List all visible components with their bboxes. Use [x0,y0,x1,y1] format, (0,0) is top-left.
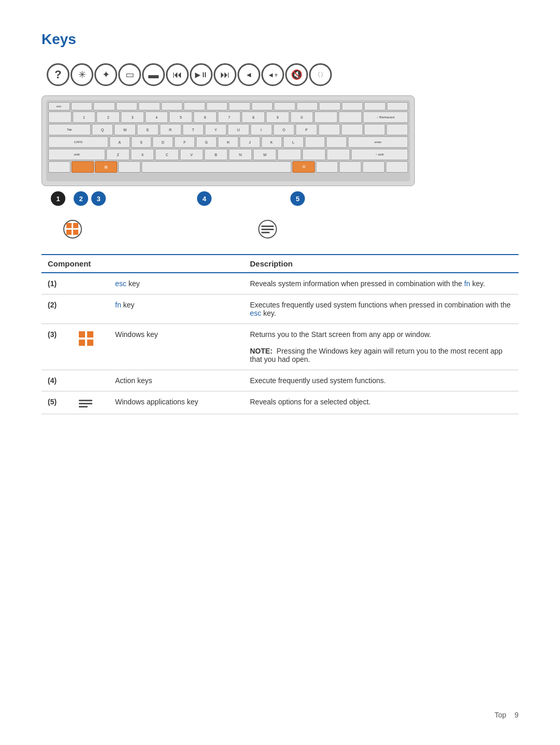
row-description: Execute frequently used system functions… [244,370,519,391]
table-row: (1) esc key Reveals system information w… [41,273,519,294]
component-table: Component Description (1) esc key Reveal… [41,254,519,414]
row-num: (2) [41,294,73,324]
icon-dash: ▬ [142,63,165,86]
windows-icon [66,223,79,235]
col-header-description: Description [244,255,519,273]
keyboard-diagram: esc 12 34 56 78 90 ←Backspace [41,95,415,238]
row-icon [73,370,109,391]
callout-5: 5 [290,191,305,206]
row-num: (5) [41,391,73,414]
desc-highlight: fn [464,279,470,288]
apps-table-icon [79,400,92,407]
key-name-highlight: fn [115,301,121,309]
footer-top-label: Top [495,711,507,719]
icon-vol-down: ◄ [237,63,260,86]
icon-mute: 🔇 [285,63,308,86]
apps-key-callout-icon [258,220,277,238]
row-icon [73,294,109,324]
key-name-highlight: esc [115,279,127,288]
callout-2: 2 [74,191,88,206]
icon-prev: ⏮ [166,63,189,86]
windows-table-icon [79,331,93,346]
row-num: (3) [41,324,73,370]
row-icon [73,324,109,370]
page-footer: Top 9 [495,711,519,719]
windows-key-callout-icon [63,220,82,238]
row-name: Windows applications key [109,391,244,414]
note-label: NOTE: [250,347,273,355]
row-num: (4) [41,370,73,391]
icon-play-pause: ▶⏸ [190,63,213,86]
callout-icons-row [41,220,415,238]
apps-icon [261,226,274,233]
row-name: esc key [109,273,244,294]
col-header-component: Component [41,255,244,273]
icon-next: ⏭ [214,63,236,86]
table-row: (3) Windows key Returns you to the Start… [41,324,519,370]
icon-rf: 〈〉 [309,63,332,86]
row-description: Returns you to the Start screen from any… [244,324,519,370]
row-icon [73,273,109,294]
icon-question: ? [47,63,69,86]
icon-brightness-moon: ✦ [94,63,117,86]
desc-highlight: esc [250,309,261,317]
row-description: Executes frequently used system function… [244,294,519,324]
row-icon [73,391,109,414]
row-description: Reveals system information when pressed … [244,273,519,294]
table-row: (5) Windows applications key Reveals opt… [41,391,519,414]
icon-brightness-sun: ✳ [71,63,93,86]
callout-1: 1 [51,191,65,206]
icon-window: ▭ [118,63,141,86]
row-description: Reveals options for a selected object. [244,391,519,414]
callout-labels: 1 2 3 4 5 [41,191,415,220]
row-num: (1) [41,273,73,294]
table-row: (4) Action keys Execute frequently used … [41,370,519,391]
row-name: Windows key [109,324,244,370]
callout-4: 4 [197,191,212,206]
keyboard-image: esc 12 34 56 78 90 ←Backspace [41,95,415,186]
footer-page-number: 9 [514,711,519,719]
page-title: Keys [41,31,519,48]
table-row: (2) fn key Executes frequently used syst… [41,294,519,324]
icon-strip: ? ✳ ✦ ▭ ▬ ⏮ ▶⏸ ⏭ ◄ ◄+ 🔇 〈〉 [41,63,519,86]
row-name: fn key [109,294,244,324]
callout-3: 3 [91,191,106,206]
row-name: Action keys [109,370,244,391]
icon-vol-up: ◄+ [261,63,284,86]
